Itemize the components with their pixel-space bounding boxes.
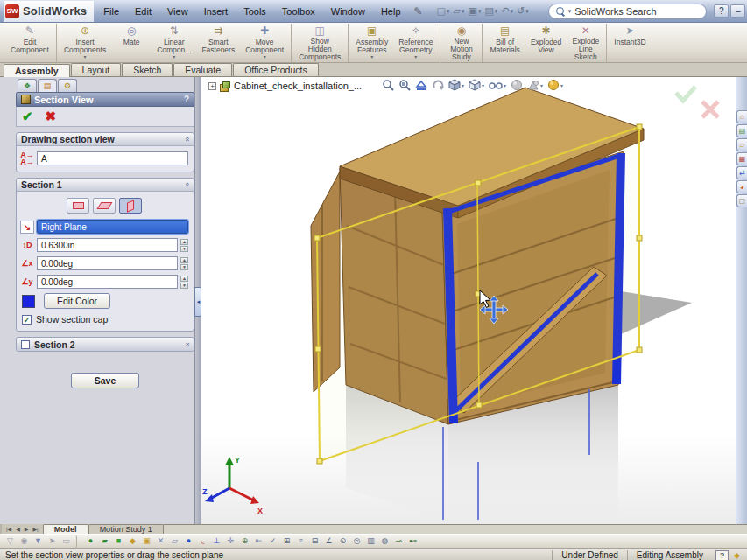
tab-layout[interactable]: Layout	[71, 63, 122, 76]
plane-pick-icon[interactable]: ↘	[20, 220, 34, 234]
menu-item[interactable]: Insert	[196, 4, 236, 19]
rotate-view-button[interactable]	[431, 79, 445, 91]
filter-button[interactable]: ▣	[140, 536, 153, 548]
x-rotation-field[interactable]: 0.00deg	[37, 256, 178, 270]
filter-button[interactable]: ▽	[4, 536, 17, 548]
menu-item[interactable]: Toolbox	[274, 4, 323, 19]
command-button[interactable]: ⇉ Smart Fasteners ▾	[196, 24, 240, 62]
offset-spinner[interactable]: ▲▼	[180, 239, 188, 252]
tab-scroll-button[interactable]: ◀	[14, 526, 22, 532]
chevron-down-icon[interactable]: ▾	[370, 54, 373, 60]
filter-button[interactable]: ◎	[350, 536, 363, 548]
quick-tool-button[interactable]: ▢▾	[435, 4, 452, 18]
expand-chevron-icon[interactable]: «	[182, 342, 191, 346]
chevron-down-icon[interactable]: ▾	[482, 82, 484, 88]
task-pane-tab[interactable]: ▦	[736, 152, 747, 165]
minimize-button[interactable]: –	[730, 4, 745, 18]
ok-button[interactable]: ✔	[22, 110, 33, 122]
tab-scroll-button[interactable]: ▶	[23, 526, 31, 532]
feature-manager-tab[interactable]: ❖	[18, 79, 37, 92]
collapse-chevron-icon[interactable]: «	[182, 182, 191, 186]
chevron-down-icon[interactable]: ▾	[540, 82, 543, 88]
section2-checkbox[interactable]	[21, 340, 30, 349]
command-button[interactable]: ▤ Bill of Materials ▾	[484, 24, 525, 62]
command-button[interactable]: ✎ Edit Component ▾	[5, 24, 57, 62]
menu-item[interactable]: File	[95, 4, 127, 19]
group-header[interactable]: Section 2 «	[17, 338, 194, 351]
command-button[interactable]: ⇅ Linear Compon... ▾	[152, 24, 196, 62]
filter-button[interactable]: ▭	[60, 536, 77, 548]
configuration-manager-tab[interactable]: ⚙	[58, 79, 77, 92]
command-button[interactable]: ✕ Explode Line Sketch ▾	[567, 24, 607, 62]
cancel-button[interactable]: ✖	[46, 110, 57, 122]
confirmation-corner[interactable]	[676, 87, 718, 117]
filter-button[interactable]: ▰	[98, 536, 111, 548]
edit-color-button[interactable]: Edit Color	[44, 293, 110, 309]
confirm-cancel-icon[interactable]	[702, 102, 718, 117]
apply-scene-button[interactable]: ▾	[526, 79, 544, 91]
tree-document-label[interactable]: Cabinet_check_installation_...	[234, 80, 362, 91]
filter-button[interactable]: ▱	[168, 536, 181, 548]
filter-button[interactable]: ⊷	[406, 536, 419, 548]
feature-tree-flyout[interactable]: + Cabinet_check_installation_...	[208, 80, 362, 91]
filter-button[interactable]: ⊟	[308, 536, 321, 548]
tab-office-products[interactable]: Office Products	[233, 63, 319, 76]
panel-splitter[interactable]: ◂	[194, 77, 201, 524]
menu-item[interactable]: Window	[323, 4, 373, 19]
command-button[interactable]: ⊕ Insert Components ▾	[59, 24, 111, 62]
tab-scroll-button[interactable]: ▶|	[31, 526, 39, 532]
tab-assembly[interactable]: Assembly	[4, 64, 70, 77]
hide-show-items-button[interactable]: ▾	[488, 79, 507, 91]
filter-button[interactable]: ⊙	[336, 536, 349, 548]
tab-scroll-button[interactable]: |◀	[4, 526, 13, 532]
pen-icon[interactable]: ✎	[411, 5, 426, 18]
menu-item[interactable]: Help	[373, 4, 409, 19]
property-manager-tab[interactable]: ▤	[38, 79, 57, 92]
show-section-cap-checkbox[interactable]: ✓	[22, 315, 32, 325]
section-color-swatch[interactable]	[22, 295, 35, 308]
chevron-down-icon[interactable]: ▾	[264, 54, 266, 60]
quick-tool-button[interactable]: ↺▾	[515, 4, 531, 18]
chevron-down-icon[interactable]: ▾	[462, 82, 464, 88]
model-tab[interactable]: Model	[43, 524, 88, 534]
command-button[interactable]: ◫ Show Hidden Components ▾	[293, 24, 349, 62]
view-orientation-button[interactable]: ▾	[447, 79, 465, 91]
chevron-down-icon[interactable]: ▾	[173, 54, 175, 60]
filter-button[interactable]: ◟	[196, 536, 209, 548]
filter-button[interactable]: ≡	[294, 536, 307, 548]
filter-button[interactable]: ⊕	[238, 536, 251, 548]
quick-tool-button[interactable]: ▣▾	[466, 4, 483, 18]
quick-tool-button[interactable]: ↶▾	[499, 4, 515, 18]
offset-distance-field[interactable]: 0.6300in	[37, 238, 178, 252]
task-pane-tab[interactable]: ⇄	[736, 166, 747, 179]
filter-button[interactable]: ■	[112, 536, 125, 548]
section-label-field[interactable]: A	[37, 151, 188, 165]
front-plane-button[interactable]	[67, 198, 89, 214]
quick-tool-button[interactable]: ▱▾	[452, 4, 467, 18]
chevron-down-icon[interactable]: ▾	[84, 54, 87, 60]
menu-item[interactable]: View	[159, 4, 196, 19]
task-pane-tab[interactable]: ◕	[736, 180, 747, 193]
filter-button[interactable]: ✕	[154, 536, 167, 548]
group-header[interactable]: Drawing section view «	[17, 133, 194, 146]
command-button[interactable]: ✱ Exploded View ▾	[525, 24, 567, 62]
edit-appearance-button[interactable]	[510, 79, 524, 91]
zoom-to-area-button[interactable]	[398, 79, 412, 91]
zoom-to-fit-button[interactable]	[381, 79, 395, 91]
view-settings-button[interactable]: ▾	[546, 79, 564, 91]
chevron-down-icon[interactable]: ▾	[560, 82, 563, 88]
task-pane-tab[interactable]: ▱	[736, 138, 747, 151]
command-button[interactable]: ✚ Move Component ▾	[240, 24, 292, 62]
quick-tool-button[interactable]: ▤▾	[483, 4, 499, 18]
filter-button[interactable]: ➤	[46, 536, 59, 548]
confirm-ok-icon[interactable]	[676, 87, 695, 101]
y-rotation-field[interactable]: 0.00deg	[37, 275, 178, 289]
filter-button[interactable]: ⊞	[280, 536, 293, 548]
menu-item[interactable]: Tools	[236, 4, 274, 19]
filter-button[interactable]: ◍	[378, 536, 391, 548]
save-button[interactable]: Save	[71, 373, 140, 388]
task-pane-tab[interactable]: ⌂	[736, 110, 747, 123]
menu-item[interactable]: Edit	[127, 4, 159, 19]
quick-tips-button[interactable]: ?	[715, 550, 729, 560]
tree-expander-icon[interactable]: +	[208, 82, 216, 90]
